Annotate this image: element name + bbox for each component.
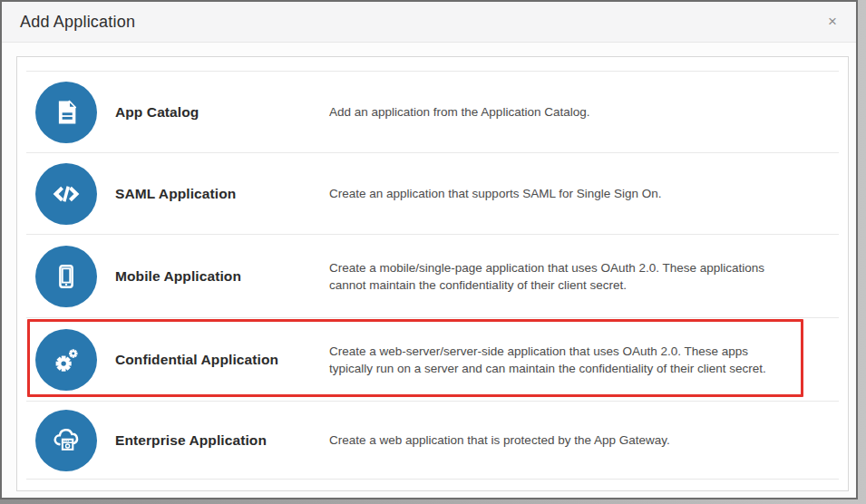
screenshot-frame: Add Application × App Catalog: [0, 0, 866, 504]
dialog-header: Add Application ×: [2, 2, 856, 43]
item-description: Create a web application that is protect…: [329, 431, 803, 449]
item-description: Add an application from the Application …: [329, 103, 803, 121]
code-icon: [35, 163, 97, 225]
list-item-mobile-application[interactable]: Mobile Application Create a mobile/singl…: [26, 234, 839, 317]
list-body: App Catalog Add an application from the …: [26, 57, 839, 480]
application-type-list: App Catalog Add an application from the …: [16, 56, 849, 491]
item-title: Mobile Application: [115, 268, 329, 285]
item-title: App Catalog: [115, 104, 329, 121]
item-title: Confidential Application: [115, 352, 329, 368]
mobile-phone-icon: [35, 246, 97, 307]
close-icon[interactable]: ×: [822, 12, 842, 32]
list-item-confidential-application[interactable]: Confidential Application Create a web-se…: [26, 317, 839, 401]
item-title: SAML Application: [115, 186, 329, 202]
dialog-title: Add Application: [20, 2, 135, 43]
gears-icon: [35, 329, 97, 391]
cloud-app-icon: [35, 410, 97, 471]
document-icon: [35, 82, 97, 143]
list-item-app-catalog[interactable]: App Catalog Add an application from the …: [26, 71, 839, 152]
item-description: Create a web-server/server-side applicat…: [329, 343, 803, 377]
list-item-enterprise-application[interactable]: Enterprise Application Create a web appl…: [26, 401, 839, 480]
item-title: Enterprise Application: [115, 432, 329, 449]
list-item-saml-application[interactable]: SAML Application Create an application t…: [26, 152, 839, 234]
item-description: Create a mobile/single-page application …: [329, 259, 803, 294]
add-application-dialog: Add Application × App Catalog: [0, 0, 858, 499]
item-description: Create an application that supports SAML…: [329, 185, 803, 202]
